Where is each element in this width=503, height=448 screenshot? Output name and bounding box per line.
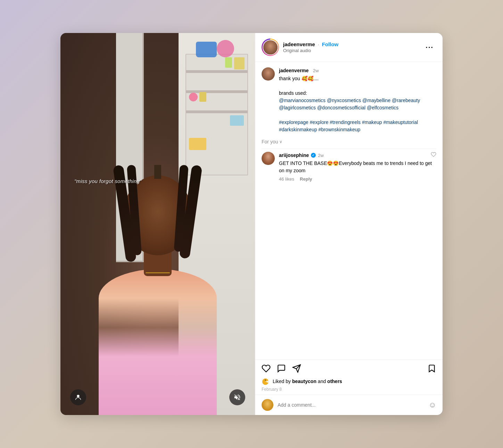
caption-username[interactable]: jadeenverme [279,68,309,73]
share-icon [292,364,301,373]
header-avatar-ring[interactable] [262,39,279,56]
post-date: February 8 [262,387,436,392]
comment-username[interactable]: ariijosephine [279,152,309,158]
save-button[interactable] [427,364,436,374]
chevron-down-icon: ∨ [279,139,282,144]
comment-body: ariijosephine 2w GET INTO THE BASE😍😍Ever… [279,152,436,182]
video-overlay-text: "miss you forgot something" [74,178,142,184]
video-panel: "miss you forgot something" [60,33,255,415]
user-icon [74,393,82,401]
post-header: jadeenverme · Follow Original audio ··· [255,33,443,62]
caption-hashtags[interactable]: #explorepage #explore #trendingreels #ma… [279,119,418,132]
post-container: "miss you forgot something" [60,33,443,415]
liked-by-text-prefix: Liked by [273,379,291,384]
caption-time: 2w [313,68,319,73]
follow-button[interactable]: Follow [322,41,339,47]
comment-input[interactable] [278,402,424,408]
action-bar: Liked by beautycon and others February 8 [255,359,443,395]
caption-avatar[interactable] [262,67,275,81]
bookmark-icon [427,364,436,373]
action-icons-row [262,364,436,374]
comment-button[interactable] [277,364,286,374]
comment-time: 2w [318,153,324,158]
liked-by-others[interactable]: others [327,379,342,384]
for-you-button[interactable]: For you ∨ [262,139,282,144]
liked-by-username[interactable]: beautycon [292,379,316,384]
post-content: jadeenverme 2w thank you 🥰🥰.... brands u… [255,62,443,359]
separator [262,149,436,149]
caption-text: thank you 🥰🥰.... brands used: @marvianoc… [279,75,436,133]
emoji-button[interactable]: ☺ [429,400,436,409]
comment-reply-button[interactable]: Reply [300,176,312,182]
more-options-button[interactable]: ··· [423,42,436,53]
user-button[interactable] [70,389,86,405]
comment-input-row: ☺ [255,395,443,415]
like-button[interactable] [262,364,271,374]
liked-by-avatar-icon [262,378,269,385]
share-button[interactable] [292,364,301,374]
comment-like-button[interactable] [431,152,436,159]
header-info: jadeenverme · Follow Original audio [283,41,423,53]
liked-by-text-suffix: and [318,379,327,384]
heart-icon [262,364,271,373]
comment-avatar[interactable] [262,152,275,165]
mute-icon [233,393,241,401]
mute-button[interactable] [229,389,245,405]
liked-by-row: Liked by beautycon and others [262,378,436,385]
post-panel: jadeenverme · Follow Original audio ··· … [255,33,443,415]
header-username[interactable]: jadeenverme [283,41,315,47]
for-you-label: For you [262,139,278,144]
comment-likes-count: 46 likes [279,176,294,182]
svg-point-4 [265,380,266,381]
caption-body: jadeenverme 2w thank you 🥰🥰.... brands u… [279,67,436,133]
comment-text: GET INTO THE BASE😍😍Everybody beats me to… [279,160,436,174]
comment-item: ariijosephine 2w GET INTO THE BASE😍😍Ever… [262,152,436,182]
caption-section: jadeenverme 2w thank you 🥰🥰.... brands u… [262,67,436,133]
commenter-avatar [262,399,273,411]
header-subtitle: Original audio [283,48,423,53]
comment-icon [277,364,286,373]
svg-point-0 [77,395,79,397]
verified-badge [311,153,316,158]
header-dot: · [318,42,319,47]
caption-mentions[interactable]: @marvianocosmetics @nyxcosmetics @maybel… [279,98,420,110]
